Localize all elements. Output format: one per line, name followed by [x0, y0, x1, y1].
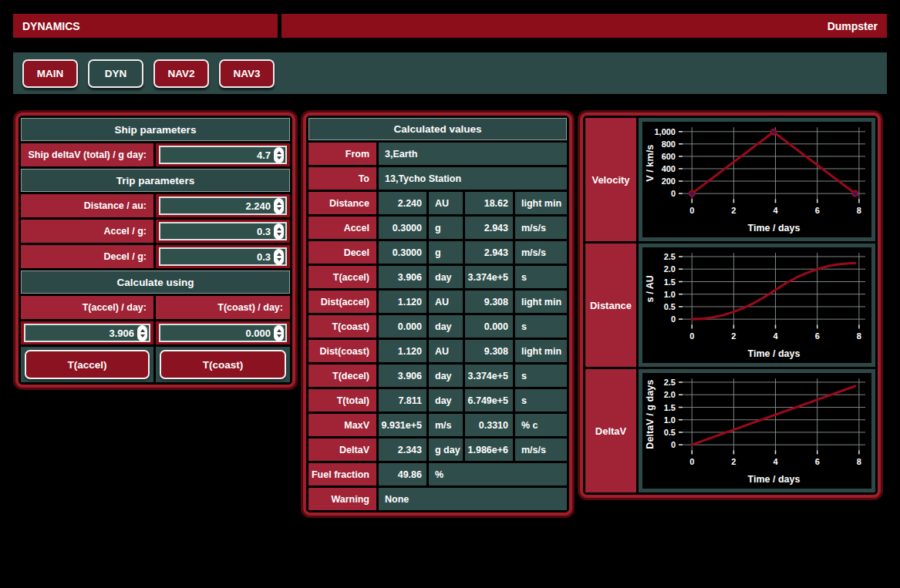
calc-value-cell: 2.943: [465, 241, 513, 264]
calc-unit-cell: day: [429, 266, 463, 288]
calc-value-cell: 1.120: [379, 340, 426, 362]
deltav-chart-label: DeltaV: [585, 369, 636, 492]
calc-unit-cell: day: [429, 389, 463, 412]
calc-value-cell: 49.86: [379, 463, 426, 486]
ship-parameters-panel: Ship parameters Ship deltaV (total) / g …: [15, 113, 295, 388]
stepper-icon[interactable]: [274, 147, 284, 163]
stepper-icon[interactable]: [274, 223, 284, 240]
calc-unit-cell: m/s/s: [515, 241, 567, 264]
tcoast-value: 0.000: [165, 328, 274, 339]
distance-label: Distance / au:: [21, 194, 153, 217]
calc-value-cell: 3.906: [379, 365, 426, 387]
calc-row-label: Accel: [308, 217, 376, 239]
velocity-chart-frame: 0246802004006008001,000Time / daysV / km…: [639, 118, 875, 241]
chart-deltav-svg: 0246800.51.01.52.02.5Time / daysDeltaV /…: [642, 373, 871, 489]
x-axis-label: Time / days: [748, 474, 801, 485]
svg-text:1,000: 1,000: [654, 127, 676, 136]
calc-value-cell: 9.931e+5: [379, 414, 426, 436]
calculate-using-header: Calculate using: [21, 270, 290, 294]
calc-row-label: To: [308, 167, 376, 190]
ship-deltav-label: Ship deltaV (total) / g day:: [21, 143, 153, 166]
svg-text:8: 8: [857, 331, 861, 341]
calc-row-label: T(coast): [308, 315, 376, 338]
mode-title: DYNAMICS: [13, 14, 278, 38]
calc-value-cell: 3.906: [379, 266, 426, 288]
trip-parameters-header: Trip parameters: [21, 169, 290, 192]
chart-velocity-svg: 0246802004006008001,000Time / daysV / km…: [642, 122, 871, 237]
svg-text:8: 8: [857, 206, 861, 215]
calc-row-label: Dist(accel): [308, 291, 376, 313]
calc-unit-cell: m/s/s: [515, 438, 567, 461]
calc-value-cell: 0.3000: [379, 241, 426, 264]
svg-text:2.0: 2.0: [664, 390, 676, 399]
taccel-input[interactable]: 3.906: [24, 324, 150, 342]
main-content: Ship parameters Ship deltaV (total) / g …: [15, 113, 887, 516]
calc-value-cell: 9.308: [465, 340, 513, 362]
tcoast-button[interactable]: T(coast): [160, 350, 286, 379]
distance-input[interactable]: 2.240: [159, 197, 287, 215]
decel-cell: 0.3: [156, 245, 290, 268]
tab-bar: MAIN DYN NAV2 NAV3: [13, 52, 887, 94]
tcoast-input[interactable]: 0.000: [159, 324, 287, 342]
ship-parameters-header: Ship parameters: [21, 118, 290, 141]
chart-row-velocity: Velocity 0246802004006008001,000Time / d…: [585, 118, 875, 241]
distance-chart: 0246800.51.01.52.02.5Time / dayss / AU: [642, 247, 871, 363]
tab-dyn[interactable]: DYN: [88, 59, 143, 88]
svg-text:0: 0: [671, 314, 676, 324]
svg-text:600: 600: [662, 152, 676, 161]
calc-row-label: MaxV: [308, 414, 376, 436]
svg-text:6: 6: [815, 457, 820, 466]
tab-nav2[interactable]: NAV2: [153, 59, 209, 88]
calc-value-cell: 0.000: [465, 315, 513, 338]
taccel-day-label: T(accel) / day:: [21, 296, 153, 319]
calc-value-cell: 0.3310: [465, 414, 513, 436]
accel-label: Accel / g:: [21, 220, 153, 243]
velocity-chart: 0246802004006008001,000Time / daysV / km…: [642, 122, 871, 237]
distance-chart-frame: 0246800.51.01.52.02.5Time / dayss / AU: [639, 244, 875, 367]
svg-text:800: 800: [662, 139, 676, 149]
svg-text:0.5: 0.5: [664, 302, 676, 311]
distance-chart-label: Distance: [585, 244, 636, 367]
calc-value-cell: 3.374e+5: [465, 266, 513, 288]
svg-text:8: 8: [857, 457, 861, 466]
calculated-values-panel: Calculated values From3,EarthTo13,Tycho …: [303, 113, 572, 516]
svg-text:0: 0: [689, 331, 694, 341]
taccel-value: 3.906: [30, 328, 137, 339]
svg-text:2: 2: [731, 206, 736, 215]
stepper-icon[interactable]: [274, 325, 284, 341]
decel-input[interactable]: 0.3: [159, 247, 287, 266]
calc-value-cell: 3.374e+5: [465, 365, 513, 387]
stepper-icon[interactable]: [274, 249, 284, 265]
svg-text:1.5: 1.5: [664, 402, 676, 412]
calc-unit-cell: g: [429, 217, 463, 239]
calc-row-label: T(accel): [308, 266, 376, 288]
svg-text:2.0: 2.0: [664, 264, 676, 274]
tab-nav3[interactable]: NAV3: [219, 59, 275, 88]
calc-row-label: T(decel): [308, 365, 376, 387]
calc-row-label: Dist(coast): [308, 340, 376, 362]
calc-unit-cell: % c: [515, 414, 567, 436]
deltav-chart: 0246800.51.01.52.02.5Time / daysDeltaV /…: [642, 373, 871, 489]
ship-deltav-cell: 4.7: [156, 143, 290, 166]
mode-title-text: DYNAMICS: [22, 20, 80, 32]
charts-panel: Velocity 0246802004006008001,000Time / d…: [580, 113, 881, 498]
calc-unit-cell: g day: [429, 438, 463, 461]
ship-deltav-input[interactable]: 4.7: [159, 146, 287, 164]
charts-column: Velocity 0246802004006008001,000Time / d…: [585, 118, 875, 492]
calc-row-value: 3,Earth: [379, 143, 567, 165]
stepper-icon[interactable]: [274, 198, 284, 214]
tcoast-button-cell: T(coast): [156, 347, 290, 382]
calc-value-cell: 1.120: [379, 291, 426, 313]
svg-text:0: 0: [671, 189, 676, 198]
chart-distance-svg: 0246800.51.01.52.02.5Time / dayss / AU: [642, 247, 871, 363]
tab-main[interactable]: MAIN: [22, 59, 78, 88]
stepper-icon[interactable]: [137, 325, 147, 341]
calc-value-cell: 0.3000: [379, 217, 426, 239]
svg-text:400: 400: [662, 164, 676, 173]
svg-text:200: 200: [662, 176, 676, 186]
distance-value: 2.240: [165, 200, 274, 212]
accel-cell: 0.3: [156, 220, 290, 243]
calc-unit-cell: AU: [429, 192, 463, 214]
accel-input[interactable]: 0.3: [159, 222, 287, 240]
taccel-button[interactable]: T(accel): [25, 350, 150, 379]
